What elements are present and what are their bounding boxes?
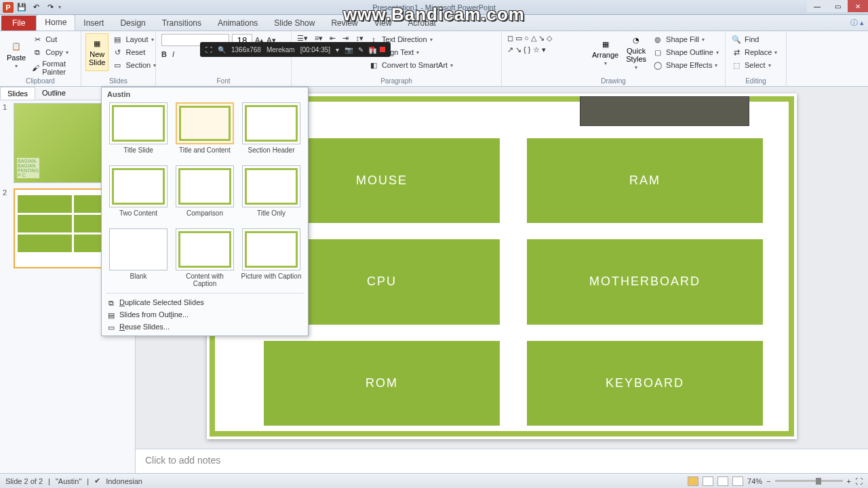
layout-button[interactable]: ▤Layout▾ [111,33,157,45]
tab-design[interactable]: Design [112,16,153,30]
bandicam-resolution: 1366x768 [231,46,261,54]
group-label-slides: Slides [85,77,151,86]
group-drawing: ◻ ▭ ○ △ ↘ ◇ ↗ ↘ { } ☆ ▾ ▦Arrange▾ ◔Quick… [502,31,726,86]
view-sorter-button[interactable] [703,476,713,486]
tab-outline[interactable]: Outline [35,87,73,100]
copy-button[interactable]: ⧉Copy▾ [31,46,77,58]
maximize-button[interactable]: ▭ [827,0,848,12]
tab-animations[interactable]: Animations [210,16,266,30]
format-painter-button[interactable]: 🖌Format Painter [31,59,77,77]
bandicam-stop-icon[interactable] [380,47,385,52]
undo-icon[interactable]: ↶ [30,1,42,14]
find-button[interactable]: 🔍Find [730,33,778,45]
new-slide-button[interactable]: ▦ New Slide [85,33,108,71]
copy-icon: ⧉ [32,47,43,58]
shape-outline-icon: ▢ [652,47,663,58]
bandicam-zoom-icon[interactable]: 🔍 [218,46,226,54]
menu-duplicate-slides[interactable]: ⧉DDuplicate Selected Slidesuplicate Sele… [102,296,308,308]
bandicam-dropdown-icon[interactable]: ▾ [336,46,339,54]
shapes-gallery[interactable]: ◻ ▭ ○ △ ↘ ◇ [506,33,587,43]
layout-content-with-caption[interactable]: Content with Caption [174,228,236,287]
shape-fill-button[interactable]: ◍Shape Fill▾ [651,33,720,45]
bandicam-fullscreen-icon[interactable]: ⛶ [205,46,212,54]
paste-button[interactable]: 📋 Paste ▾ [4,33,28,77]
tab-home[interactable]: Home [36,14,75,30]
zoom-percentage[interactable]: 74% [747,477,762,485]
box-keyboard[interactable]: KEYBOARD [527,341,763,426]
ribbon-help-icon[interactable]: ⓘ ▴ [850,18,864,28]
view-slideshow-button[interactable] [732,476,743,486]
format-painter-icon: 🖌 [32,62,39,73]
tab-acrobat[interactable]: Acrobat [400,16,444,30]
smartart-icon: ◧ [368,60,379,70]
status-language[interactable]: Indonesian [106,477,142,485]
tab-file[interactable]: File [1,16,36,30]
quick-styles-button[interactable]: ◔Quick Styles▾ [623,33,649,72]
slide-content-grid: MOUSE RAM CPU MOTHERBOARD ROM KEYBOARD [264,138,763,426]
select-icon: ⬚ [731,60,742,70]
replace-button[interactable]: ⇄Replace▾ [730,46,778,58]
close-button[interactable]: ✕ [848,0,868,12]
bandicam-pause-icon[interactable]: ▮▮ [369,47,374,52]
new-slide-dropdown: Austin Title Slide Title and Content Sec… [101,87,309,336]
slide-title-placeholder[interactable] [580,96,749,126]
bandicam-time: [00:04:35] [300,46,330,54]
window-titlebar: P 💾 ↶ ↷ ▾ Presentation1 - Microsoft Powe… [0,0,868,15]
box-motherboard[interactable]: MOTHERBOARD [527,239,763,324]
tab-slides[interactable]: Slides [0,87,35,100]
shape-effects-button[interactable]: ◯Shape Effects▾ [651,59,720,71]
dropdown-separator [106,293,304,293]
layout-picture-with-caption[interactable]: Picture with Caption [240,228,302,287]
layout-comparison[interactable]: Comparison [174,165,236,224]
new-slide-icon: ▦ [92,38,102,49]
layout-title-only[interactable]: Title Only [240,165,302,224]
box-rom[interactable]: ROM [264,341,500,426]
tab-slideshow[interactable]: Slide Show [266,16,323,30]
reset-button[interactable]: ↺Reset [111,46,157,58]
status-bar: Slide 2 of 2| "Austin"| ✔ Indonesian 74%… [0,473,868,488]
menu-slides-from-outline[interactable]: ▤Slides from Outline... [102,308,308,321]
select-button[interactable]: ⬚Select▾ [730,59,778,71]
layout-gallery: Title Slide Title and Content Section He… [102,100,308,290]
notes-pane[interactable]: Click to add notes [136,449,868,473]
minimize-button[interactable]: — [807,0,827,12]
qat-customize-icon[interactable]: ▾ [58,4,61,10]
convert-smartart-button[interactable]: ◧Convert to SmartArt▾ [367,59,454,71]
status-slide-number: Slide 2 of 2 [5,477,43,485]
cut-icon: ✂ [32,34,43,45]
cut-button[interactable]: ✂Cut [31,33,77,45]
thumb-number-2: 2 [3,188,11,268]
zoom-slider[interactable] [775,480,843,482]
box-ram[interactable]: RAM [527,138,763,223]
redo-icon[interactable]: ↷ [44,1,56,14]
fit-to-window-button[interactable]: ⛶ [855,477,863,485]
arrange-icon: ▦ [600,39,611,49]
tab-review[interactable]: Review [323,16,366,30]
arrange-button[interactable]: ▦Arrange▾ [589,33,621,72]
layout-section-header[interactable]: Section Header [240,102,302,161]
view-normal-button[interactable] [688,476,698,486]
zoom-out-button[interactable]: − [766,477,770,485]
view-reading-button[interactable] [717,476,728,486]
bandicam-draw-icon[interactable]: ✎ [358,46,363,54]
duplicate-icon: ⧉ [106,298,117,308]
zoom-in-button[interactable]: + [847,477,851,485]
save-icon[interactable]: 💾 [16,1,28,14]
spellcheck-icon[interactable]: ✔ [94,476,100,485]
thumb-number-1: 1 [3,103,11,183]
bandicam-camera-icon[interactable]: 📷 [344,46,353,54]
menu-reuse-slides[interactable]: ▭Reuse Slides... [102,321,308,333]
tab-transitions[interactable]: Transitions [154,16,210,30]
tab-view[interactable]: View [366,16,400,30]
group-label-editing: Editing [730,77,782,86]
layout-title-and-content[interactable]: Title and Content [174,102,236,161]
group-label-drawing: Drawing [506,77,721,86]
shape-outline-button[interactable]: ▢Shape Outline▾ [651,46,720,58]
layout-blank[interactable]: Blank [107,228,170,287]
section-button[interactable]: ▭Section▾ [111,59,157,71]
tab-insert[interactable]: Insert [75,16,112,30]
italic-button[interactable]: I [172,50,174,58]
layout-two-content[interactable]: Two Content [107,165,170,224]
layout-title-slide[interactable]: Title Slide [107,102,170,161]
bold-button[interactable]: B [161,50,167,58]
